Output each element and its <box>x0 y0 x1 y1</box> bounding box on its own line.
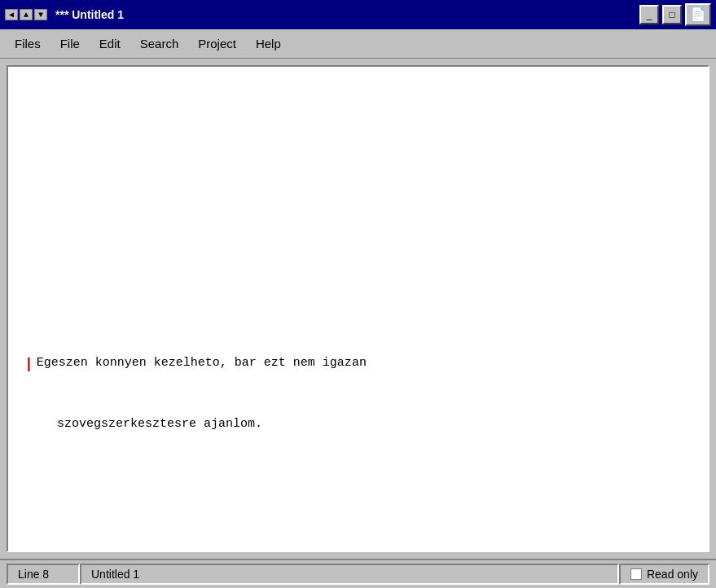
editor-line-1: Egeszen konnyen kezelheto, bar ezt nem i… <box>37 353 367 373</box>
window-icon-1[interactable]: ◀ <box>5 9 18 20</box>
editor-area[interactable]: | Egeszen konnyen kezelheto, bar ezt nem… <box>7 65 709 552</box>
menu-search[interactable]: Search <box>132 33 187 54</box>
menu-help[interactable]: Help <box>248 33 289 54</box>
blank-line-top-1 <box>24 138 692 158</box>
window-title: *** Untitled 1 <box>55 8 124 21</box>
window-icon-3[interactable]: ▼ <box>34 9 47 20</box>
editor-line-2: szovegszerkesztesre ajanlom. <box>57 415 692 434</box>
title-bar-right: _ □ 📄 <box>639 3 711 26</box>
title-bar-left: ◀ ▲ ▼ *** Untitled 1 <box>5 8 124 21</box>
status-filename: Untitled 1 <box>80 564 619 585</box>
status-readonly: Read only <box>619 564 709 585</box>
line-info-text: Line 8 <box>18 568 49 581</box>
menu-files[interactable]: Files <box>7 33 49 54</box>
blank-line-top-3 <box>24 256 692 275</box>
maximize-icon: □ <box>669 9 674 20</box>
menu-file[interactable]: File <box>52 33 88 54</box>
status-line-info: Line 8 <box>7 564 80 585</box>
title-bar-controls-left: ◀ ▲ ▼ <box>5 9 47 20</box>
editor-content[interactable]: | Egeszen konnyen kezelheto, bar ezt nem… <box>8 67 708 551</box>
menu-project[interactable]: Project <box>190 33 244 54</box>
filename-text: Untitled 1 <box>91 568 139 581</box>
close-icon: 📄 <box>690 7 706 23</box>
blank-line-top-2 <box>24 197 692 217</box>
readonly-label: Read only <box>647 568 698 581</box>
minimize-icon: _ <box>647 9 652 20</box>
readonly-checkbox[interactable] <box>630 568 642 580</box>
window-icon-2[interactable]: ▲ <box>20 9 33 20</box>
cursor-line: | Egeszen konnyen kezelheto, bar ezt nem… <box>24 353 692 375</box>
minimize-button[interactable]: _ <box>639 5 659 24</box>
menu-edit[interactable]: Edit <box>91 33 129 54</box>
cursor-bar: | <box>24 353 33 375</box>
status-bar: Line 8 Untitled 1 Read only <box>0 559 716 588</box>
app-window: ◀ ▲ ▼ *** Untitled 1 _ □ 📄 Files File Ed… <box>0 0 716 588</box>
title-bar: ◀ ▲ ▼ *** Untitled 1 _ □ 📄 <box>0 0 716 29</box>
close-button[interactable]: 📄 <box>685 3 711 26</box>
menu-bar: Files File Edit Search Project Help <box>0 29 716 59</box>
blank-line-1 <box>24 493 692 512</box>
maximize-button[interactable]: □ <box>662 5 682 24</box>
